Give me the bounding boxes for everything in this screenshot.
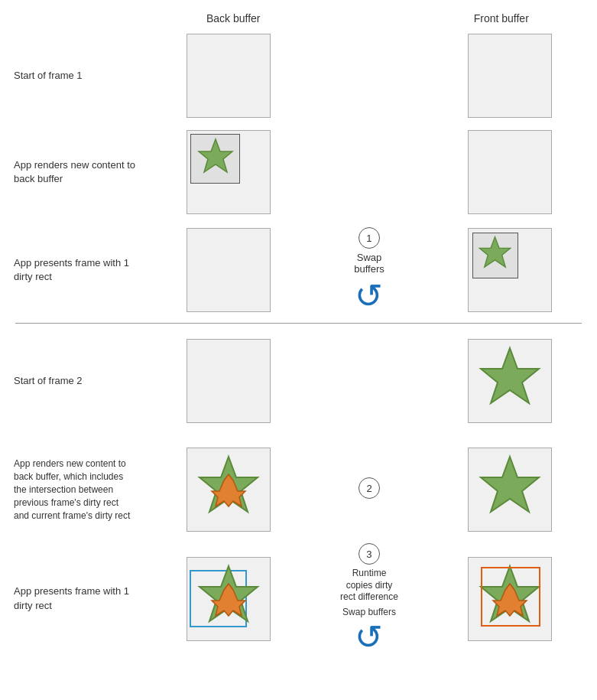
middle-frame2-render: 2 (316, 477, 423, 502)
back-buffer-frame1-render (141, 130, 316, 214)
back-box-frame1-render (187, 130, 271, 214)
front-buffer-frame2-render (423, 448, 597, 532)
swap-arrow-1: ↺ (355, 279, 383, 313)
step1-circle: 1 (359, 227, 380, 249)
back-buffer-frame1-start (141, 34, 316, 118)
row-frame1-present: App presents frame with 1 dirty rect 1 S… (0, 220, 597, 320)
orange-rect-s2r3 (481, 567, 540, 627)
label-frame1-render: App renders new content to back buffer (0, 158, 141, 186)
star-svg-s1r3 (474, 234, 516, 276)
front-buffer-frame1-start (423, 34, 597, 118)
front-box-frame2-present (468, 557, 552, 641)
step2-circle: 2 (359, 477, 380, 499)
row-frame1-start: Start of frame 1 (0, 28, 597, 124)
front-box-frame1-start (468, 34, 552, 118)
main-container: Back buffer Front buffer Start of frame … (0, 0, 597, 700)
back-buffer-header: Back buffer (206, 12, 261, 24)
back-box-frame2-render (187, 448, 271, 532)
svg-marker-1 (479, 237, 510, 267)
front-box-frame2-render (468, 448, 552, 532)
label-frame2-render: App renders new content to back buffer, … (0, 457, 141, 522)
back-buffer-frame2-present (141, 557, 316, 641)
star-svg-s2r1-front (472, 343, 548, 419)
front-buffer-frame2-start (423, 339, 597, 423)
star-svg-s2r3-back (190, 561, 267, 637)
back-box-frame2-present (187, 557, 271, 641)
label-frame2-present: App presents frame with 1 dirty rect (0, 584, 141, 612)
front-box-frame1-present (468, 228, 552, 312)
front-buffer-frame1-present (423, 228, 597, 312)
step1-label: Swapbuffers (354, 252, 384, 275)
row-frame2-start: Start of frame 2 (0, 327, 597, 435)
section-divider (15, 323, 582, 324)
front-buffer-frame1-render (423, 130, 597, 214)
front-box-frame1-render (468, 130, 552, 214)
label-frame1-start: Start of frame 1 (0, 69, 141, 83)
back-buffer-frame1-present (141, 228, 316, 312)
svg-marker-2 (481, 348, 539, 403)
section-2: Start of frame 2 App renders new content… (0, 327, 597, 653)
middle-frame1-present: 1 Swapbuffers ↺ (316, 227, 423, 313)
back-buffer-frame2-render (141, 448, 316, 532)
step3-label: Runtimecopies dirtyrect difference (340, 568, 398, 604)
star-svg-s1r2 (193, 136, 238, 182)
svg-marker-0 (199, 139, 232, 172)
dirty-rect-s1r2 (190, 134, 240, 184)
label-frame2-start: Start of frame 2 (0, 374, 141, 388)
row-frame1-render: App renders new content to back buffer (0, 124, 597, 220)
swap-arrow-2: ↺ (355, 620, 383, 654)
star-svg-s2r2-front (472, 451, 548, 528)
step3-circle: 3 (359, 543, 380, 565)
svg-marker-5 (481, 457, 539, 512)
row-frame2-present: App presents frame with 1 dirty rect 3 R… (0, 545, 597, 653)
front-buffer-frame2-present (423, 557, 597, 641)
row-frame2-render: App renders new content to back buffer, … (0, 435, 597, 544)
label-frame1-present: App presents frame with 1 dirty rect (0, 256, 141, 284)
back-buffer-frame2-start (141, 339, 316, 423)
front-buffer-header: Front buffer (474, 12, 529, 24)
front-box-frame2-start (468, 339, 552, 423)
back-box-frame1-start (187, 34, 271, 118)
back-box-frame2-start (187, 339, 271, 423)
star-svg-s2r2-back (190, 451, 267, 528)
section-1: Start of frame 1 App renders new content… (0, 28, 597, 320)
back-box-frame1-present (187, 228, 271, 312)
middle-frame2-present: 3 Runtimecopies dirtyrect difference Swa… (316, 543, 423, 654)
swap-buffers-label-2: Swap buffers (342, 607, 396, 617)
dirty-rect-s1r3-front (472, 233, 518, 278)
